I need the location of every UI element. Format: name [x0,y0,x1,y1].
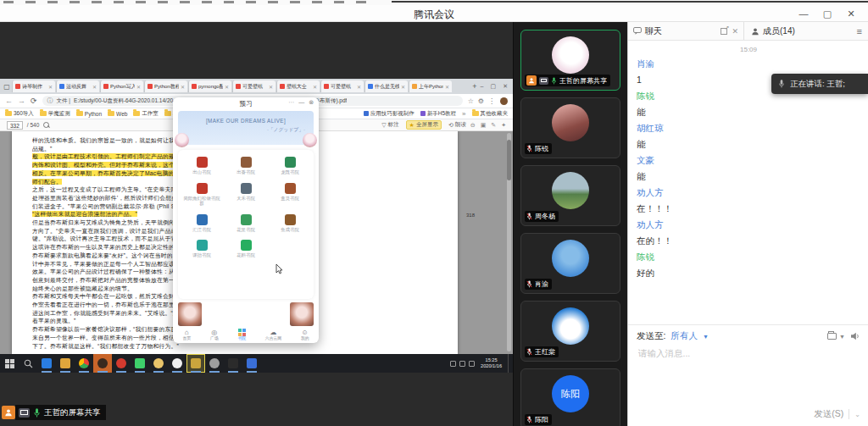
pdf-scrollbar[interactable] [507,133,511,351]
forward-button[interactable]: → [18,97,25,105]
academy-app[interactable]: 鱼成书院 [268,214,312,233]
popout-icon[interactable] [721,27,728,35]
members-menu-icon[interactable]: ≡ [857,26,862,36]
participant-tile[interactable]: 王哲的屏幕共享 [520,30,620,91]
academy-app[interactable]: 花里书院 [224,214,268,233]
new-tab-button[interactable]: + [472,82,476,91]
chevron-down-icon[interactable]: ▼ [703,334,709,340]
participant-tile[interactable]: 肖渝 [520,233,620,294]
pdf-tool-button[interactable]: ★ 全屏显示 [406,120,442,130]
tray-icon[interactable] [459,361,465,367]
bookmark-folder[interactable]: Python [76,111,102,117]
message-input[interactable] [637,347,859,359]
chat-tab[interactable]: 聊天 ✕ [628,22,744,40]
taskbar-app-icon[interactable] [224,354,242,373]
taskbar-app-icon[interactable] [186,354,205,373]
tray-icon[interactable] [450,361,456,367]
overlay-nav-item[interactable]: 广场 [210,329,219,341]
taskbar-app-icon[interactable] [149,354,168,373]
bookmark-folder[interactable]: 学魔监测 [40,110,70,118]
browser-maximize-button[interactable]: ▢ [491,83,497,90]
start-button[interactable] [0,354,19,373]
overlay-minimize-button[interactable]: — [298,99,304,106]
other-bookmarks[interactable]: 其他收藏夹 [472,110,509,118]
browser-tab[interactable]: Python教程 ✕ [144,80,187,92]
toolbar-icon[interactable]: ☆ [468,97,474,105]
bookmark-folder[interactable]: 工作室 [133,110,159,118]
academy-app[interactable]: 龙既书院 [268,157,312,175]
browser-tab[interactable]: 上午Python ✕ [409,80,452,92]
pdf-tool-button[interactable]: ⟲ 朗读 [448,121,466,129]
tab-close-icon[interactable]: ✕ [181,84,185,90]
browser-tab[interactable]: 可爱壁纸 ✕ [320,80,364,92]
taskbar-clock[interactable]: 15:25 2020/1/16 [478,357,504,369]
tab-close-icon[interactable]: ✕ [269,84,273,90]
participant-tile[interactable]: 陈阳 陈阳 [520,368,620,426]
participant-tile[interactable]: 王红棠 [520,301,620,362]
bookmark-folder[interactable]: Web [108,111,127,117]
tab-close-icon[interactable]: ✕ [225,84,229,90]
browser-tab[interactable]: 壁纸大全 ✕ [276,80,320,92]
overlay-nav-item[interactable]: 我的 [301,329,309,341]
chevron-down-icon[interactable]: ▼ [839,334,845,340]
academy-app[interactable]: 汇江书院 [180,214,224,233]
overlay-more-button[interactable]: ⋯ [288,99,294,106]
overlay-close-button[interactable]: ⊗ [309,99,314,106]
send-to-selector[interactable]: 所有人 [670,330,698,342]
overlay-nav-item[interactable]: 首页 [182,329,191,341]
minimize-button[interactable]: — [792,8,815,19]
taskbar-app-icon[interactable] [131,354,149,373]
page-info-icon[interactable]: ⓘ [47,97,53,105]
overlay-nav-item[interactable]: 书院 [237,329,246,341]
maximize-button[interactable]: ▢ [815,8,839,19]
members-tab[interactable]: 成员(14) ≡ [744,22,868,40]
profile-avatar[interactable] [500,97,508,105]
tab-close-icon[interactable]: ✕ [313,84,317,90]
taskbar-app-icon[interactable] [242,354,261,373]
taskbar-app-icon[interactable] [205,354,224,373]
file-send-icon[interactable] [827,333,837,340]
show-desktop-button[interactable] [508,354,511,373]
tab-close-icon[interactable]: ✕ [136,84,141,90]
participant-tile[interactable]: 周冬杨 [520,165,620,226]
participant-tile[interactable]: 陈锐 [520,97,620,158]
browser-tab[interactable]: 可爱壁纸 ✕ [232,80,275,92]
tab-close-icon[interactable]: ✕ [48,84,53,90]
tab-close-icon[interactable]: ✕ [401,84,405,90]
academy-app[interactable]: 出山书院 [180,157,224,175]
academy-app[interactable]: 查灵书院 [268,183,312,207]
academy-app[interactable]: 简阳角幻松做书院群 [180,183,224,207]
page-number-input[interactable]: 332 [7,121,23,130]
overlay-nav-item[interactable]: 六吉云网 [265,329,281,341]
browser-tab[interactable]: pymongo配置 ✕ [188,80,231,92]
tab-close-icon[interactable]: ✕ [357,84,361,90]
zoom-icon[interactable] [43,122,49,128]
taskbar-app-icon[interactable] [56,354,75,373]
taskbar-app-icon[interactable] [37,354,56,373]
tray-icon[interactable] [469,361,475,367]
browser-close-button[interactable]: ✕ [503,83,508,90]
academy-app[interactable]: 天禾书院 [224,183,268,207]
pdf-tool-icon[interactable]: ✦ [501,122,506,129]
pdf-tool-icon[interactable]: ⊖ [470,122,476,129]
back-button[interactable]: ← [5,97,13,105]
taskbar-app-icon[interactable] [112,354,131,373]
taskbar-app-icon[interactable] [168,354,186,373]
academy-app[interactable]: 花斟书院 [224,240,268,258]
pdf-tool-icon[interactable]: ▣ [481,122,487,129]
browser-minimize-button[interactable]: – [481,83,484,90]
tab-search-icon[interactable]: ▢ [2,83,12,91]
pdf-tool-icon[interactable]: ✎ [491,122,496,129]
reload-button[interactable]: ⟳ [31,97,37,105]
browser-tab[interactable]: 运动反舞 ✕ [56,80,99,92]
close-button[interactable]: ✕ [839,8,863,19]
academy-app[interactable]: 课抬书院 [180,240,224,258]
bookmark-folder[interactable]: 360导入 [5,110,34,118]
chat-close-icon[interactable]: ✕ [732,27,738,36]
tab-close-icon[interactable]: ✕ [92,84,97,90]
browser-tab[interactable]: 诗琴制作 ✕ [12,80,55,92]
taskbar-app-icon[interactable] [93,354,112,373]
pdf-tool-button[interactable]: ▽ 标注 [381,121,398,129]
send-button[interactable]: 发送(S) [814,408,843,420]
toolbar-icon[interactable]: ⋮ [488,97,495,105]
